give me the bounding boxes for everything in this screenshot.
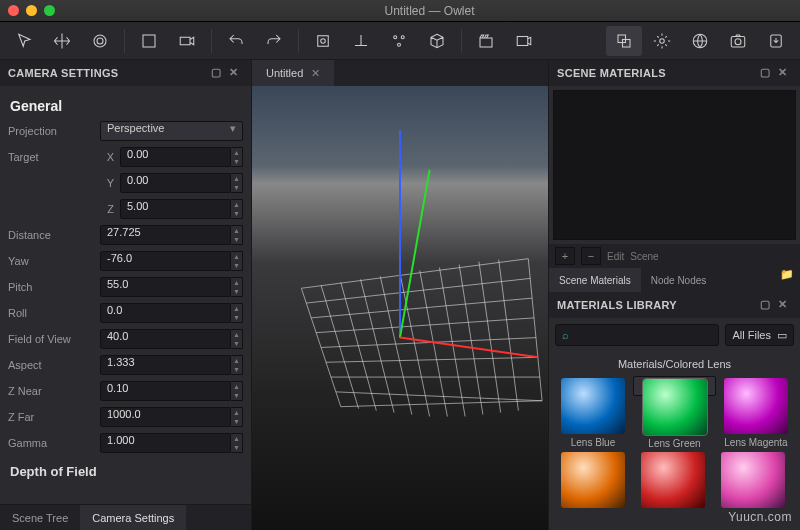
spinner[interactable]: ▲▼ xyxy=(231,199,243,219)
wireframe-icon[interactable] xyxy=(131,26,167,56)
close-icon[interactable]: ✕ xyxy=(778,298,792,312)
fov-input[interactable]: 40.0 xyxy=(100,329,231,349)
close-icon[interactable]: ✕ xyxy=(229,66,243,80)
svg-rect-11 xyxy=(618,35,626,43)
distance-input[interactable]: 27.725 xyxy=(100,225,231,245)
spinner[interactable]: ▲▼ xyxy=(231,303,243,323)
spinner[interactable]: ▲▼ xyxy=(231,355,243,375)
close-icon[interactable]: ✕ xyxy=(311,67,320,80)
ground-icon[interactable] xyxy=(343,26,379,56)
material-preview xyxy=(553,90,796,240)
spinner[interactable]: ▲▼ xyxy=(231,225,243,245)
properties-scroll: General Projection Perspective▾ Target X… xyxy=(0,86,251,504)
gear-icon[interactable] xyxy=(644,26,680,56)
search-icon: ⌕ xyxy=(562,329,569,341)
render-icon[interactable] xyxy=(506,26,542,56)
tab-scene-tree[interactable]: Scene Tree xyxy=(0,505,80,530)
left-panel: CAMERA SETTINGS ▢ ✕ General Projection P… xyxy=(0,60,252,530)
folder-icon[interactable]: 📁 xyxy=(780,268,794,282)
spinner[interactable]: ▲▼ xyxy=(231,147,243,167)
undo-icon[interactable] xyxy=(218,26,254,56)
focus-icon[interactable] xyxy=(305,26,341,56)
axis-y-label: Y xyxy=(100,177,120,189)
rotate-tool-icon[interactable] xyxy=(82,26,118,56)
viewport-tab[interactable]: Untitled ✕ xyxy=(252,60,334,86)
material-item[interactable] xyxy=(553,450,633,510)
cube-icon[interactable] xyxy=(419,26,455,56)
roll-input[interactable]: 0.0 xyxy=(100,303,231,323)
redo-icon[interactable] xyxy=(256,26,292,56)
search-input[interactable]: ⌕ xyxy=(555,324,719,346)
svg-point-8 xyxy=(398,43,401,46)
pitch-input[interactable]: 55.0 xyxy=(100,277,231,297)
camera-tool-icon[interactable] xyxy=(169,26,205,56)
material-toolbar: + − Edit Scene xyxy=(549,244,800,268)
materials-grid: Lens Blue Lens Green Lens Magenta xyxy=(549,374,800,512)
material-item[interactable]: Lens Green xyxy=(633,376,716,396)
edit-button[interactable]: Edit xyxy=(607,251,624,262)
material-item[interactable] xyxy=(633,450,713,510)
viewport-3d[interactable] xyxy=(252,86,548,530)
target-z-input[interactable]: 5.00 xyxy=(120,199,231,219)
layers-icon[interactable] xyxy=(606,26,642,56)
material-item[interactable] xyxy=(713,450,793,510)
material-item[interactable]: Lens Blue xyxy=(553,376,633,450)
spinner[interactable]: ▲▼ xyxy=(231,329,243,349)
spinner[interactable]: ▲▼ xyxy=(231,277,243,297)
scene-materials-tabs: Scene Materials Node Nodes 📁 xyxy=(549,268,800,292)
yaw-label: Yaw xyxy=(8,255,100,267)
svg-point-0 xyxy=(94,35,106,47)
dock-icon[interactable]: ▢ xyxy=(760,66,774,80)
aspect-input[interactable]: 1.333 xyxy=(100,355,231,375)
tab-node[interactable]: Node Nodes xyxy=(641,268,717,292)
target-y-input[interactable]: 0.00 xyxy=(120,173,231,193)
svg-line-40 xyxy=(400,170,430,338)
spinner[interactable]: ▲▼ xyxy=(231,251,243,271)
move-tool-icon[interactable] xyxy=(44,26,80,56)
spinner[interactable]: ▲▼ xyxy=(231,407,243,427)
znear-input[interactable]: 0.10 xyxy=(100,381,231,401)
maximize-window-button[interactable] xyxy=(44,5,55,16)
material-item[interactable]: Lens Magenta xyxy=(716,376,796,450)
tab-scene-materials[interactable]: Scene Materials xyxy=(549,268,641,292)
minimize-window-button[interactable] xyxy=(26,5,37,16)
globe-icon[interactable] xyxy=(682,26,718,56)
yaw-input[interactable]: -76.0 xyxy=(100,251,231,271)
dock-icon[interactable]: ▢ xyxy=(211,66,225,80)
section-general: General xyxy=(0,90,251,118)
clapper-icon[interactable] xyxy=(468,26,504,56)
svg-line-37 xyxy=(528,259,542,401)
zfar-input[interactable]: 1000.0 xyxy=(100,407,231,427)
target-label: Target xyxy=(8,151,100,163)
library-category: Materials/Colored Lens xyxy=(549,352,800,374)
particles-icon[interactable] xyxy=(381,26,417,56)
svg-line-36 xyxy=(499,260,519,411)
close-window-button[interactable] xyxy=(8,5,19,16)
spinner[interactable]: ▲▼ xyxy=(231,381,243,401)
titlebar: Untitled — Owlet xyxy=(0,0,800,22)
photo-icon[interactable] xyxy=(720,26,756,56)
window-controls xyxy=(8,5,55,16)
svg-line-35 xyxy=(479,262,501,413)
right-panel: SCENE MATERIALS ▢ ✕ + − Edit Scene Scene… xyxy=(548,60,800,530)
close-icon[interactable]: ✕ xyxy=(778,66,792,80)
svg-point-16 xyxy=(735,38,741,44)
svg-rect-3 xyxy=(180,37,190,45)
add-material-button[interactable]: + xyxy=(555,247,575,265)
remove-material-button[interactable]: − xyxy=(581,247,601,265)
spinner[interactable]: ▲▼ xyxy=(231,173,243,193)
svg-rect-2 xyxy=(143,35,155,47)
svg-line-29 xyxy=(361,279,395,412)
gamma-input[interactable]: 1.000 xyxy=(100,433,231,453)
dock-icon[interactable]: ▢ xyxy=(760,298,774,312)
file-filter-select[interactable]: All Files ▭ xyxy=(725,324,794,346)
cursor-tool-icon[interactable] xyxy=(6,26,42,56)
tab-camera-settings[interactable]: Camera Settings xyxy=(80,505,186,530)
projection-select[interactable]: Perspective▾ xyxy=(100,121,243,141)
library-search-row: ⌕ All Files ▭ xyxy=(549,318,800,352)
export-icon[interactable] xyxy=(758,26,794,56)
spinner[interactable]: ▲▼ xyxy=(231,433,243,453)
target-x-input[interactable]: 0.00 xyxy=(120,147,231,167)
scene-button[interactable]: Scene xyxy=(630,251,658,262)
svg-line-34 xyxy=(459,265,483,415)
